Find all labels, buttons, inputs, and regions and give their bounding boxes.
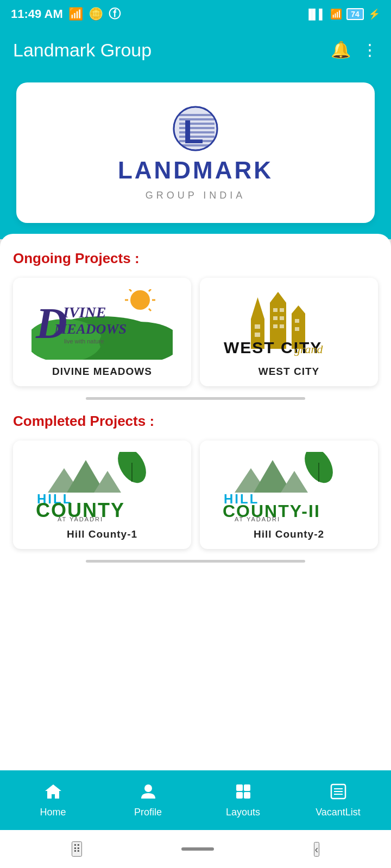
signal-icon: 📶 — [68, 7, 83, 21]
status-bar: 11:49 AM 📶 🪙 ⓕ ▐▌▌ 📶 74 ⚡ — [0, 0, 391, 28]
svg-text:live with nature: live with nature — [64, 338, 104, 344]
hill-county-2-logo-area: HILL COUNTY-II AT YADADRI — [207, 451, 370, 523]
hill-county-1-name: Hill County-1 — [67, 528, 137, 540]
recent-apps-button[interactable]: ⠿ — [72, 841, 82, 857]
svg-rect-34 — [255, 333, 260, 337]
completed-projects-grid: HILL COUNTY AT YADADRI Hill County-1 — [13, 441, 378, 549]
ongoing-section-title: Ongoing Projects : — [13, 250, 378, 267]
completed-section-title: Completed Projects : — [13, 413, 378, 430]
nav-profile-label: Profile — [134, 807, 162, 818]
west-city-name: WEST CITY — [258, 366, 319, 378]
more-options-button[interactable]: ⋮ — [362, 42, 378, 58]
svg-point-62 — [144, 784, 152, 792]
nav-home-label: Home — [40, 807, 66, 818]
svg-rect-40 — [280, 324, 284, 328]
nav-vacantlist-label: VacantList — [316, 807, 361, 818]
back-button[interactable]: ‹ — [314, 842, 320, 857]
svg-rect-42 — [295, 327, 299, 331]
nav-item-vacantlist[interactable]: VacantList — [291, 777, 386, 824]
ongoing-projects-grid: D IVINE MEADOWS live with nature DIVINE … — [13, 278, 378, 386]
landmark-brand-sub: GROUP INDIA — [146, 190, 246, 201]
nav-layouts-label: Layouts — [226, 807, 260, 818]
divine-meadows-svg-logo: D IVINE MEADOWS live with nature — [31, 289, 173, 360]
svg-rect-64 — [244, 784, 250, 791]
hill-county-1-logo-area: HILL COUNTY AT YADADRI — [21, 451, 184, 523]
nav-item-layouts[interactable]: Layouts — [195, 777, 291, 824]
completed-projects-section: Completed Projects : HILL — [13, 413, 378, 563]
landmark-brand-name: LANDMARK — [118, 158, 273, 182]
svg-text:L: L — [183, 113, 204, 150]
svg-point-13 — [130, 290, 150, 310]
person-icon — [139, 782, 157, 803]
svg-text:grand: grand — [294, 342, 324, 356]
west-city-svg-logo: WEST CITY grand — [218, 289, 360, 360]
completed-divider — [86, 560, 305, 563]
divine-meadows-card[interactable]: D IVINE MEADOWS live with nature DIVINE … — [13, 278, 191, 386]
battery-display: 74 — [346, 8, 364, 20]
divine-meadows-logo-area: D IVINE MEADOWS live with nature — [21, 289, 184, 360]
app-bar-actions: 🔔 ⋮ — [331, 42, 378, 58]
hill-county-1-svg-logo: HILL COUNTY AT YADADRI — [31, 452, 173, 522]
landmark-l-icon: L — [171, 104, 220, 153]
svg-rect-38 — [280, 316, 284, 320]
svg-marker-30 — [251, 297, 264, 319]
list-icon — [329, 782, 348, 803]
svg-text:AT YADADRI: AT YADADRI — [235, 516, 280, 522]
svg-rect-39 — [273, 324, 278, 328]
bottom-navigation: Home Profile Layouts — [0, 770, 391, 830]
svg-rect-37 — [273, 316, 278, 320]
svg-rect-35 — [273, 308, 278, 312]
svg-marker-61 — [45, 784, 61, 799]
svg-text:IVINE: IVINE — [62, 304, 106, 321]
nav-item-home[interactable]: Home — [5, 777, 100, 824]
hill-county-1-card[interactable]: HILL COUNTY AT YADADRI Hill County-1 — [13, 441, 191, 549]
sim-icon: 🪙 — [89, 7, 103, 21]
status-right: ▐▌▌ 📶 74 ⚡ — [305, 8, 380, 20]
notification-bell-button[interactable]: 🔔 — [331, 42, 351, 58]
home-gesture-pill[interactable] — [181, 847, 214, 851]
charging-icon: ⚡ — [368, 8, 380, 20]
ongoing-divider — [86, 397, 305, 400]
west-city-card[interactable]: WEST CITY grand WEST CITY — [200, 278, 378, 386]
app-bar-title: Landmark Group — [13, 40, 152, 61]
svg-text:MEADOWS: MEADOWS — [54, 321, 127, 337]
svg-text:AT YADADRI: AT YADADRI — [58, 516, 103, 522]
svg-rect-36 — [280, 308, 284, 312]
hill-county-2-card[interactable]: HILL COUNTY-II AT YADADRI Hill County-2 — [200, 441, 378, 549]
ongoing-projects-section: Ongoing Projects : — [13, 250, 378, 400]
app-bar: Landmark Group 🔔 ⋮ — [0, 28, 391, 72]
landmark-logo-card: L LANDMARK GROUP INDIA — [16, 82, 375, 223]
status-left: 11:49 AM 📶 🪙 ⓕ — [11, 6, 121, 22]
svg-rect-66 — [244, 792, 250, 799]
layouts-icon — [234, 782, 253, 803]
facebook-icon: ⓕ — [109, 6, 121, 22]
svg-line-15 — [149, 289, 151, 291]
svg-rect-33 — [255, 324, 260, 329]
svg-rect-65 — [236, 792, 243, 799]
system-navigation-bar: ⠿ ‹ — [0, 830, 391, 868]
home-icon — [44, 782, 62, 803]
hill-county-2-svg-logo: HILL COUNTY-II AT YADADRI — [218, 452, 360, 522]
svg-marker-31 — [270, 292, 286, 303]
wifi-icon: 📶 — [330, 8, 342, 20]
svg-marker-32 — [292, 305, 305, 314]
teal-background: L LANDMARK GROUP INDIA — [0, 72, 391, 239]
svg-rect-41 — [295, 319, 299, 323]
landmark-brand-logo: L LANDMARK GROUP INDIA — [118, 104, 273, 201]
svg-line-18 — [129, 289, 131, 291]
signal-bars-icon: ▐▌▌ — [305, 9, 326, 20]
svg-line-17 — [149, 309, 151, 311]
hill-county-2-name: Hill County-2 — [254, 528, 324, 540]
time-display: 11:49 AM — [11, 7, 63, 21]
divine-meadows-name: DIVINE MEADOWS — [52, 366, 152, 378]
main-content: Ongoing Projects : — [0, 234, 391, 770]
svg-rect-63 — [236, 784, 243, 791]
nav-item-profile[interactable]: Profile — [100, 777, 195, 824]
west-city-logo-area: WEST CITY grand — [207, 289, 370, 360]
